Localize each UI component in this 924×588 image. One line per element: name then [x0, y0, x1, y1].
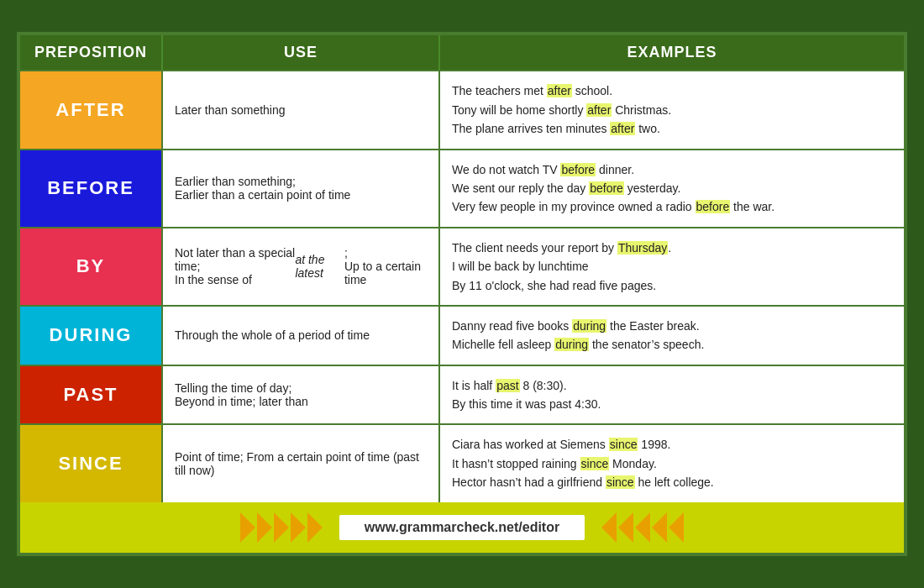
- preposition-cell-after: AFTER: [20, 71, 163, 148]
- preposition-cell-before: BEFORE: [20, 150, 163, 227]
- examples-cell-by: The client needs your report by Thursday…: [440, 228, 904, 305]
- chevron-r4: [652, 512, 667, 543]
- table-row: BEFOREEarlier than something;Earlier tha…: [20, 149, 904, 227]
- table-body: AFTERLater than somethingThe teachers me…: [20, 70, 904, 501]
- table-row: BYNot later than a special time;In the s…: [20, 227, 904, 305]
- examples-cell-past: It is half past 8 (8:30).By this time it…: [440, 366, 904, 424]
- chevron-r3: [635, 512, 650, 543]
- header-use: USE: [163, 35, 440, 70]
- header-preposition: PREPOSITION: [20, 35, 163, 70]
- examples-cell-after: The teachers met after school.Tony will …: [440, 71, 904, 148]
- chevron-r5: [669, 512, 684, 543]
- use-cell-during: Through the whole of a period of time: [163, 307, 440, 365]
- use-cell-past: Telling the time of day;Beyond in time; …: [163, 366, 440, 424]
- chevron-4: [291, 512, 306, 543]
- examples-cell-since: Ciara has worked at Siemens since 1998.I…: [440, 425, 904, 501]
- table-header: PREPOSITION USE EXAMPLES: [20, 35, 904, 70]
- use-cell-after: Later than something: [163, 71, 440, 148]
- chevron-5: [307, 512, 323, 543]
- chevrons-left-icon: [240, 512, 323, 543]
- preposition-cell-since: SINCE: [20, 425, 163, 501]
- preposition-cell-during: DURING: [20, 307, 163, 365]
- table-row: SINCEPoint of time; From a certain point…: [20, 423, 904, 501]
- examples-cell-before: We do not watch TV before dinner.We sent…: [440, 150, 904, 227]
- footer: www.grammarcheck.net/editor: [20, 502, 904, 553]
- chevron-r1: [601, 512, 617, 543]
- preposition-cell-by: BY: [20, 228, 163, 305]
- preposition-cell-past: PAST: [20, 366, 163, 424]
- header-examples: EXAMPLES: [440, 35, 904, 70]
- table-row: AFTERLater than somethingThe teachers me…: [20, 70, 904, 148]
- use-cell-before: Earlier than something;Earlier than a ce…: [163, 150, 440, 227]
- footer-url[interactable]: www.grammarcheck.net/editor: [339, 515, 585, 540]
- chevron-3: [274, 512, 289, 543]
- chevron-r2: [618, 512, 633, 543]
- main-table: PREPOSITION USE EXAMPLES AFTERLater than…: [17, 32, 907, 555]
- chevron-2: [257, 512, 272, 543]
- use-cell-since: Point of time; From a certain point of t…: [163, 425, 440, 501]
- table-row: PASTTelling the time of day;Beyond in ti…: [20, 365, 904, 424]
- chevrons-right-icon: [601, 512, 684, 543]
- table-row: DURINGThrough the whole of a period of t…: [20, 305, 904, 365]
- examples-cell-during: Danny read five books during the Easter …: [440, 307, 904, 365]
- use-cell-by: Not later than a special time;In the sen…: [163, 228, 440, 305]
- chevron-1: [240, 512, 255, 543]
